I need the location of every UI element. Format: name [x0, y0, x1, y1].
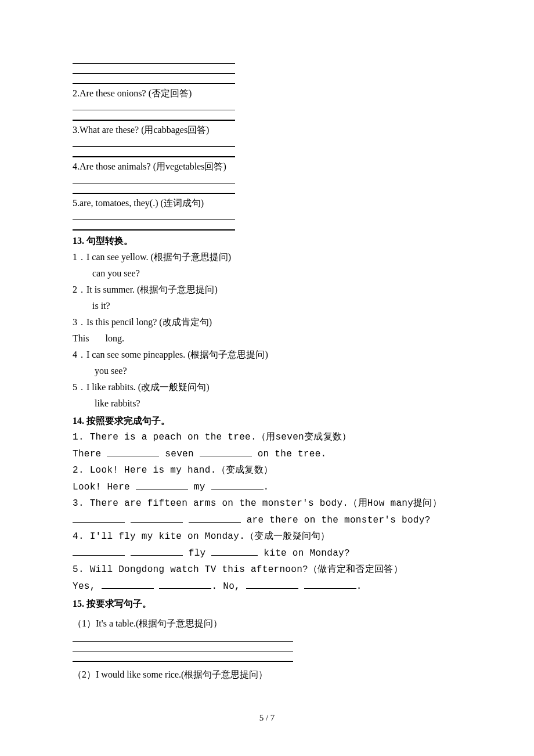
section-15-title: 15. 按要求写句子。 — [73, 597, 461, 611]
blank-line-thick — [73, 221, 235, 231]
s14-item-5a: 5. Will Dongdong watch TV this afternoon… — [73, 563, 461, 577]
answer-blank-group — [73, 138, 461, 157]
text-fragment: . — [356, 581, 362, 592]
inline-blank — [211, 546, 258, 556]
s13-item-1b: can you see? — [73, 267, 461, 280]
blank-line — [73, 211, 235, 220]
s14-item-1a: 1. There is a peach on the tree.（用seven变… — [73, 430, 461, 444]
text-fragment: seven — [159, 449, 199, 459]
answer-blank-group — [73, 102, 461, 121]
question-2: 2.Are these onions? (否定回答) — [73, 87, 461, 100]
answer-blank-group — [73, 175, 461, 194]
inline-blank — [102, 579, 154, 589]
blank-line — [73, 138, 235, 147]
s15-item-1: （1）It's a table.(根据句子意思提问） — [73, 617, 461, 631]
inline-blank — [189, 513, 241, 523]
s14-item-2a: 2. Look! Here is my hand.（变成复数） — [73, 463, 461, 477]
question-3: 3.What are these? (用cabbages回答) — [73, 123, 461, 137]
s13-item-5b: like rabbits? — [73, 397, 461, 411]
answer-blank-group — [73, 633, 461, 662]
blank-line-thick — [73, 75, 235, 84]
document-page: 2.Are these onions? (否定回答) 3.What are th… — [0, 0, 534, 756]
s13-item-3a: 3．Is this pencil long? (改成肯定句) — [73, 315, 461, 329]
s13-item-4b: you see? — [73, 364, 461, 378]
answer-blank-group — [73, 211, 461, 231]
text-fragment: on the tree. — [252, 449, 327, 459]
text-fragment: Look! Here — [73, 482, 136, 492]
inline-blank — [246, 579, 298, 589]
blank-line — [73, 65, 235, 74]
s14-item-1b: There seven on the tree. — [73, 447, 461, 461]
blank-line — [73, 175, 235, 183]
inline-blank — [136, 480, 188, 489]
s14-item-2b: Look! Here my . — [73, 480, 461, 494]
page-number: 5 / 7 — [0, 711, 534, 725]
s13-item-2a: 2．It is summer. (根据句子意思提问) — [73, 283, 461, 297]
question-5: 5.are, tomatoes, they(.) (连词成句) — [73, 196, 461, 210]
text-fragment: fly — [183, 548, 212, 559]
blank-line — [73, 633, 293, 642]
s14-item-3a: 3. There are fifteen arms on the monster… — [73, 496, 461, 510]
section-13-title: 13. 句型转换。 — [73, 234, 461, 248]
s13-item-1a: 1．I can see yellow. (根据句子意思提问) — [73, 250, 461, 264]
s13-item-5a: 5．I like rabbits. (改成一般疑问句) — [73, 380, 461, 394]
s14-item-5b: Yes, . No, . — [73, 579, 461, 593]
blank-line-thick — [73, 148, 235, 157]
text-fragment: There — [73, 449, 107, 459]
inline-blank — [131, 546, 183, 556]
blank-line — [73, 55, 235, 64]
inline-blank — [159, 579, 211, 589]
inline-blank — [73, 546, 125, 556]
s14-item-3b: are there on the monster's body? — [73, 513, 461, 527]
text-fragment: Yes, — [73, 581, 102, 592]
inline-blank — [304, 579, 356, 589]
question-4: 4.Are those animals? (用vegetables回答) — [73, 160, 461, 174]
text-fragment: my — [188, 482, 211, 492]
s13-item-3b: This long. — [73, 332, 461, 345]
s15-item-2: （2）I would like some rice.(根据句子意思提问） — [73, 668, 461, 682]
blank-line — [73, 643, 293, 651]
blank-line-thick — [73, 653, 293, 662]
blank-line-thick — [73, 111, 235, 121]
text-fragment: . — [264, 482, 269, 492]
s13-item-4a: 4．I can see some pineapples. (根据句子意思提问) — [73, 348, 461, 362]
inline-blank — [200, 447, 252, 456]
blank-line — [73, 102, 235, 110]
s13-item-2b: is it? — [73, 299, 461, 313]
text-fragment: are there on the monster's body? — [241, 515, 431, 525]
section-14-title: 14. 按照要求完成句子。 — [73, 414, 461, 428]
text-fragment: . No, — [211, 581, 246, 592]
answer-blank-group — [73, 55, 461, 84]
inline-blank — [107, 447, 159, 456]
s14-item-4b: fly kite on Monday? — [73, 546, 461, 560]
text-fragment: kite on Monday? — [258, 548, 349, 559]
inline-blank — [131, 513, 183, 523]
blank-line-thick — [73, 185, 235, 194]
inline-blank — [73, 513, 125, 523]
s14-item-4a: 4. I'll fly my kite on Monday.（变成一般疑问句） — [73, 530, 461, 543]
inline-blank — [211, 480, 264, 489]
